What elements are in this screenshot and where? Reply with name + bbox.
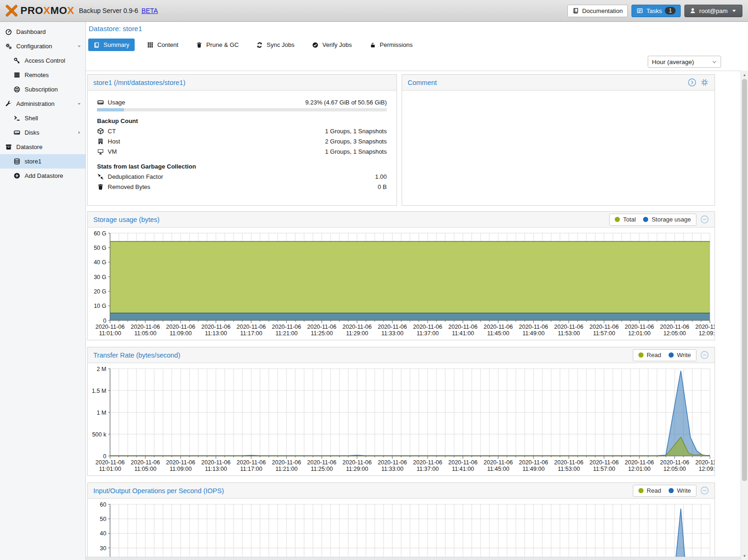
svg-text:60: 60	[100, 501, 106, 508]
svg-text:2 M: 2 M	[97, 366, 106, 372]
collapse-icon[interactable]	[700, 215, 709, 224]
tab-bar: SummaryContentPrune & GCSync JobsVerify …	[88, 39, 418, 51]
chart-legend: TotalStorage usage	[609, 214, 696, 226]
sidebar-item-remotes[interactable]: Remotes	[0, 68, 85, 82]
tab-prune-gc[interactable]: Prune & GC	[191, 39, 244, 51]
svg-text:2020-11-06: 2020-11-06	[483, 459, 513, 466]
legend-item-read[interactable]: Read	[638, 352, 661, 358]
row-label: Usage	[108, 99, 125, 106]
sidebar-item-disks[interactable]: Disks	[0, 125, 85, 140]
chevron-down-icon[interactable]	[77, 44, 82, 49]
panel-title: Comment	[408, 79, 437, 86]
user-menu-button[interactable]: root@pam	[684, 5, 742, 17]
legend-item-total[interactable]: Total	[615, 216, 636, 223]
disk-icon	[13, 129, 21, 137]
svg-text:60 G: 60 G	[94, 230, 106, 237]
tab-label: Prune & GC	[206, 41, 239, 48]
datastore-summary-panel: store1 (/mnt/datastores/store1) Usage9.2…	[87, 74, 397, 206]
svg-text:2020-11-06: 2020-11-06	[307, 459, 336, 466]
sidebar-item-administration[interactable]: Administration	[0, 97, 85, 111]
svg-text:2020-11-06: 2020-11-06	[201, 324, 230, 330]
chart-canvas-wrap: 0500 k1 M1.5 M2 M2020-11-0611:01:002020-…	[88, 363, 715, 476]
svg-text:2020-11-06: 2020-11-06	[342, 324, 371, 330]
legend-item-write[interactable]: Write	[669, 352, 691, 358]
check-icon	[312, 42, 319, 48]
legend-item-read[interactable]: Read	[638, 487, 661, 494]
tab-summary[interactable]: Summary	[88, 39, 135, 51]
deduplication-factor-row: Deduplication Factor1.00	[97, 172, 387, 181]
sidebar-item-access-control[interactable]: Access Control	[0, 53, 85, 68]
page-title: Datastore: store1	[89, 25, 142, 33]
svg-text:30: 30	[100, 545, 106, 552]
beta-link[interactable]: BETA	[142, 7, 158, 14]
user-icon	[689, 7, 696, 14]
sidebar-item-add-datastore[interactable]: Add Datastore	[0, 169, 85, 183]
vertical-scrollbar[interactable]: ▲ ▼	[741, 71, 748, 560]
disk-icon	[97, 99, 104, 106]
archive-icon	[5, 143, 13, 151]
trash-icon	[196, 42, 202, 48]
documentation-button[interactable]: Documentation	[567, 5, 628, 17]
sidebar-item-label: Subscription	[25, 86, 58, 93]
chevron-down-icon[interactable]	[77, 101, 82, 106]
viewport-bottom-edge	[86, 557, 741, 560]
scrollbar-thumb[interactable]	[742, 79, 747, 481]
svg-text:11:29:00: 11:29:00	[346, 330, 368, 337]
time-range-dropdown[interactable]: Hour (average)	[648, 56, 721, 68]
sidebar-item-label: Shell	[25, 115, 38, 122]
svg-text:11:09:00: 11:09:00	[169, 330, 192, 337]
chevron-down-icon	[712, 59, 717, 65]
scroll-down-arrow[interactable]: ▼	[741, 552, 748, 560]
row-label: VM	[108, 148, 117, 155]
svg-text:2020-11-06: 2020-11-06	[95, 324, 124, 330]
svg-text:11:13:00: 11:13:00	[205, 330, 227, 337]
tab-verify-jobs[interactable]: Verify Jobs	[307, 39, 357, 51]
tab-permissions[interactable]: Permissions	[364, 39, 418, 51]
chart-canvas: 0500 k1 M1.5 M2 M2020-11-0611:01:002020-…	[88, 363, 715, 476]
sidebar-item-subscription[interactable]: Subscription	[0, 82, 85, 97]
svg-text:2020-11-06: 2020-11-06	[95, 459, 124, 466]
svg-text:11:57:00: 11:57:00	[593, 466, 615, 472]
chart-canvas-wrap: 01020304050602020-11-0611:01:002020-11-0…	[88, 499, 715, 560]
legend-label: Read	[647, 352, 661, 358]
tab-sync-jobs[interactable]: Sync Jobs	[251, 39, 299, 51]
svg-text:2020-11-06: 2020-11-06	[236, 324, 266, 330]
legend-dot	[669, 352, 674, 358]
grid-icon	[147, 42, 154, 48]
transfer-rate-panel: Transfer Rate (bytes/second) ReadWrite 0…	[87, 347, 715, 476]
vm-row: VM1 Groups, 1 Snapshots	[97, 147, 387, 156]
edit-comment-icon[interactable]	[688, 78, 696, 87]
scroll-up-arrow[interactable]: ▲	[741, 71, 748, 78]
chart-title: Transfer Rate (bytes/second)	[93, 352, 180, 359]
svg-text:10 G: 10 G	[94, 303, 106, 309]
legend-label: Write	[677, 487, 691, 494]
sidebar-item-store1[interactable]: store1	[0, 154, 85, 169]
task-list-icon	[637, 7, 643, 14]
svg-text:11:37:00: 11:37:00	[416, 330, 439, 337]
chevron-right-icon[interactable]	[77, 130, 82, 135]
svg-text:2020-11-06: 2020-11-06	[589, 324, 618, 330]
svg-text:11:45:00: 11:45:00	[487, 330, 509, 337]
legend-item-storage-usage[interactable]: Storage usage	[643, 216, 691, 223]
desktop-icon	[97, 148, 104, 155]
gear-icon[interactable]	[700, 78, 709, 87]
collapse-icon[interactable]	[700, 486, 709, 495]
storage-usage-panel: Storage usage (bytes) TotalStorage usage…	[87, 211, 715, 340]
sidebar-item-datastore[interactable]: Datastore	[0, 140, 85, 154]
svg-text:1 M: 1 M	[97, 410, 106, 416]
sidebar-item-configuration[interactable]: Configuration	[0, 39, 85, 53]
gears-icon	[5, 43, 13, 50]
proxmox-x-icon	[5, 4, 19, 18]
legend-item-write[interactable]: Write	[669, 487, 691, 494]
sidebar-item-label: Administration	[16, 100, 54, 107]
sidebar-item-dashboard[interactable]: Dashboard	[0, 25, 85, 39]
tab-content[interactable]: Content	[142, 39, 184, 51]
tasks-button[interactable]: Tasks 1	[631, 5, 681, 17]
sidebar-item-label: Add Datastore	[25, 172, 63, 179]
sync-icon	[256, 42, 263, 48]
lifering-icon	[13, 86, 21, 93]
sidebar-item-shell[interactable]: Shell	[0, 111, 85, 125]
svg-text:1.5 M: 1.5 M	[92, 388, 106, 394]
collapse-icon[interactable]	[700, 351, 709, 359]
svg-text:11:17:00: 11:17:00	[240, 466, 262, 472]
